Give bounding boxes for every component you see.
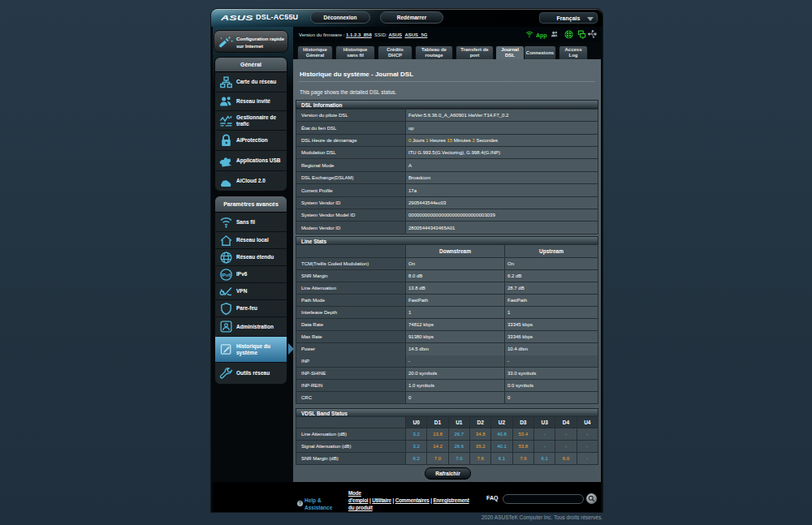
- svg-text:ASUS: ASUS: [221, 13, 253, 22]
- svg-text:IPv6: IPv6: [222, 272, 231, 277]
